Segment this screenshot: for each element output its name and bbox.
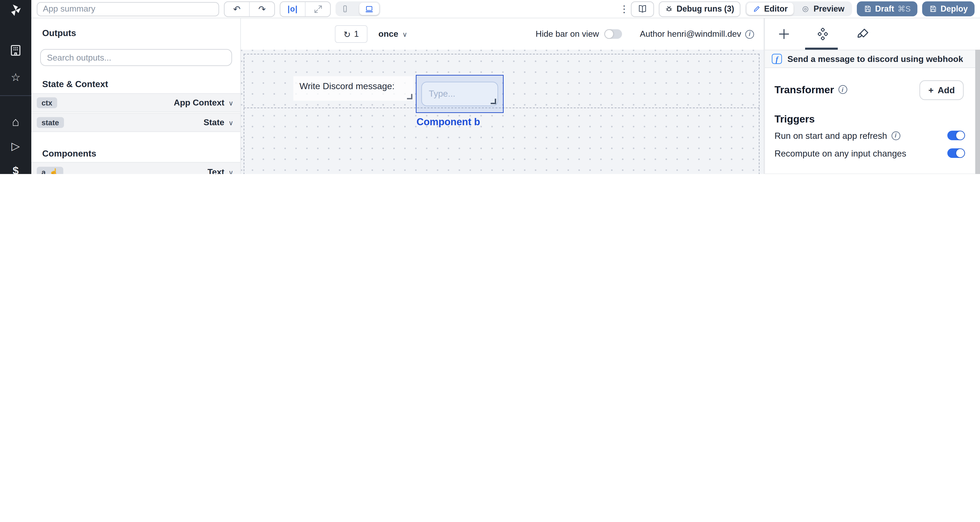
info-icon[interactable]: i xyxy=(838,85,847,94)
outputs-panel: Outputs State & Context ctx App Context … xyxy=(31,18,241,174)
recompute-toggle[interactable] xyxy=(947,148,965,158)
textinput-component-b[interactable]: Type... xyxy=(416,75,504,113)
components-diamonds-icon xyxy=(816,27,830,41)
app-summary-input[interactable] xyxy=(37,2,219,16)
state-type: State xyxy=(204,118,224,127)
more-menu-button[interactable]: ⋮ xyxy=(619,3,626,14)
laptop-icon xyxy=(365,5,374,13)
workspace-icon[interactable] xyxy=(9,43,22,57)
tab-styling[interactable] xyxy=(856,27,870,41)
state-key-badge: state xyxy=(37,117,64,128)
chevron-down-icon: ∨ xyxy=(402,30,407,38)
hide-bar-label: Hide bar on view xyxy=(536,29,599,39)
add-transformer-button[interactable]: + Add xyxy=(920,80,964,100)
runs-icon[interactable]: ▷ xyxy=(9,140,22,153)
ctx-type: App Context xyxy=(174,98,224,108)
author-label: Author henri@windmill.dev xyxy=(640,29,741,39)
tab-editor[interactable]: Editor xyxy=(746,3,794,15)
book-icon xyxy=(638,4,647,14)
desktop-view-button[interactable] xyxy=(360,3,379,15)
kebab-icon: ⋮ xyxy=(619,3,629,14)
undo-icon: ↶ xyxy=(233,4,241,14)
center-align-button[interactable]: |o| xyxy=(280,2,305,16)
tab-insert-plus[interactable] xyxy=(777,27,791,41)
debug-runs-button[interactable]: Debug runs (3) xyxy=(659,1,740,17)
variables-icon[interactable]: $ xyxy=(9,164,22,174)
ctx-key-badge: ctx xyxy=(37,97,57,108)
triggers-heading: Triggers xyxy=(775,113,815,124)
smartphone-icon xyxy=(341,5,349,13)
maximize-icon xyxy=(313,5,322,13)
layout-group: |o| xyxy=(280,1,331,17)
tab-preview[interactable]: Preview xyxy=(795,3,851,15)
function-icon: f xyxy=(772,54,782,64)
brush-icon xyxy=(856,27,870,41)
run-on-start-toggle[interactable] xyxy=(947,130,965,140)
grid-container-outline xyxy=(243,54,759,174)
state-row[interactable]: state State ∨ xyxy=(31,113,240,132)
component-settings-panel: f Send a message to discord using webhoo… xyxy=(764,18,980,174)
selected-script-title: Send a message to discord using webhook xyxy=(788,54,963,64)
fullscreen-button[interactable] xyxy=(305,2,330,16)
canvas-toolbar: ↻ 1 once ∨ Hide bar on view Author henri… xyxy=(241,18,764,50)
search-outputs-input[interactable] xyxy=(40,49,232,66)
save-icon xyxy=(929,5,937,13)
info-icon[interactable]: i xyxy=(745,30,754,38)
run-on-start-row: Run on start and app refresh i xyxy=(775,130,965,141)
left-rail: ☆ ⌂ ▷ $ ⚙ ? → xyxy=(0,0,31,174)
mobile-view-button[interactable] xyxy=(337,3,353,15)
divider xyxy=(765,173,975,174)
text-input-field[interactable]: Type... xyxy=(421,82,498,106)
hide-bar-toggle[interactable] xyxy=(605,29,622,39)
text-component-a[interactable]: Write Discord message: xyxy=(293,76,414,101)
draft-button[interactable]: Draft ⌘S xyxy=(857,2,917,16)
tab-components[interactable] xyxy=(816,27,830,41)
components-title: Components xyxy=(42,148,96,159)
undo-button[interactable]: ↶ xyxy=(224,2,249,16)
active-tab-underline xyxy=(805,48,838,50)
pencil-icon xyxy=(752,5,760,13)
refresh-icon: ↻ xyxy=(344,29,350,39)
plus-icon xyxy=(777,27,791,41)
plus-icon: + xyxy=(928,85,934,95)
chevron-down-icon[interactable]: ∨ xyxy=(228,169,234,174)
component-a-type: Text xyxy=(208,167,224,174)
right-panel-tabs xyxy=(765,18,980,50)
windmill-logo-icon[interactable] xyxy=(9,3,22,17)
hand-pointer-icon: ☝ xyxy=(49,168,58,174)
center-align-icon: |o| xyxy=(288,5,298,13)
undo-redo-group: ↶ ↷ xyxy=(224,1,275,17)
recompute-row: Recompute on any input changes xyxy=(775,148,965,159)
rail-divider xyxy=(0,95,31,96)
component-a-badge: a☝ xyxy=(37,167,63,174)
transformer-heading: Transformer i xyxy=(775,84,847,95)
right-scrollbar[interactable] xyxy=(975,50,980,174)
ctx-row[interactable]: ctx App Context ∨ xyxy=(31,93,240,112)
state-context-title: State & Context xyxy=(42,79,108,89)
outputs-title: Outputs xyxy=(42,28,76,38)
component-a-row[interactable]: a☝ Text ∨ xyxy=(31,162,240,174)
refresh-count-button[interactable]: ↻ 1 xyxy=(335,25,368,43)
topbar: ↶ ↷ |o| ⋮ Debug runs (3) xyxy=(31,0,980,18)
schedule-dropdown[interactable]: once ∨ xyxy=(379,29,407,39)
deploy-button[interactable]: Deploy xyxy=(922,2,975,16)
info-icon[interactable]: i xyxy=(891,131,900,140)
refresh-count: 1 xyxy=(354,29,359,39)
chevron-down-icon[interactable]: ∨ xyxy=(228,99,234,107)
center-area: ↻ 1 once ∨ Hide bar on view Author henri… xyxy=(241,18,764,174)
resize-handle[interactable] xyxy=(407,94,412,99)
chevron-down-icon[interactable]: ∨ xyxy=(228,119,234,126)
home-icon[interactable]: ⌂ xyxy=(9,115,22,129)
docs-button[interactable] xyxy=(631,1,654,17)
bug-icon xyxy=(665,5,673,13)
resize-handle[interactable] xyxy=(491,99,496,104)
redo-icon: ↷ xyxy=(258,4,266,14)
selected-script-header[interactable]: f Send a message to discord using webhoo… xyxy=(765,50,975,68)
device-toggle-group xyxy=(336,2,380,16)
selected-component-label: Component b xyxy=(417,116,480,127)
preview-target-icon xyxy=(801,5,810,13)
favorites-star-icon[interactable]: ☆ xyxy=(9,71,22,84)
save-icon xyxy=(864,5,872,13)
app-canvas[interactable]: Write Discord message: Type... Component… xyxy=(241,50,764,174)
redo-button[interactable]: ↷ xyxy=(249,2,274,16)
